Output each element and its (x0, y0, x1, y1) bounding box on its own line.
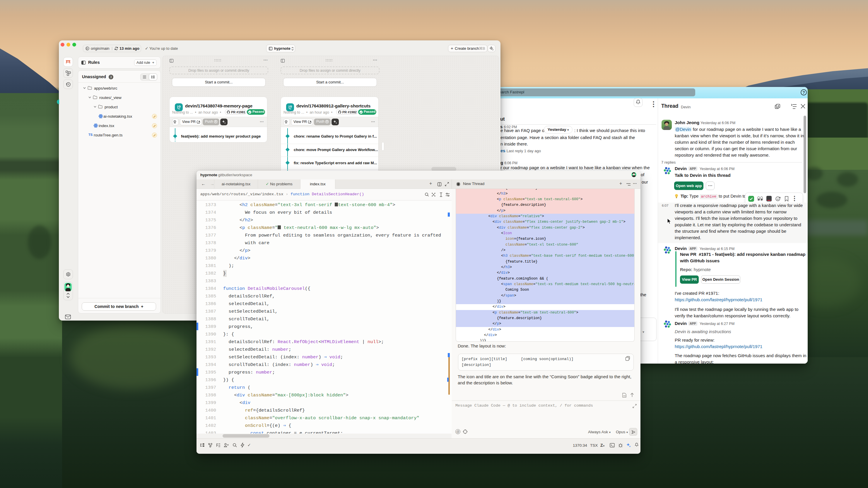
svg-text:MD: MD (623, 395, 626, 397)
